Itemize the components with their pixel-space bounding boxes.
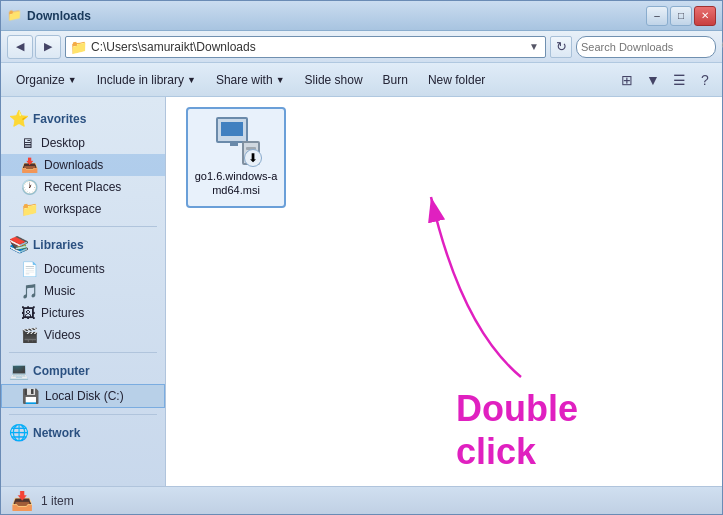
organize-dropdown-icon: ▼ [68, 75, 77, 85]
network-icon: 🌐 [9, 423, 29, 442]
sidebar-item-videos[interactable]: 🎬 Videos [1, 324, 165, 346]
favorites-header[interactable]: ⭐ Favorites [1, 105, 165, 132]
slideshow-label: Slide show [305, 73, 363, 87]
download-arrow-overlay: ⬇ [244, 149, 262, 167]
pictures-icon: 🖼 [21, 305, 35, 321]
workspace-icon: 📁 [21, 201, 38, 217]
file-name-label: go1.6.windows-amd64.msi [192, 169, 280, 198]
new-folder-button[interactable]: New folder [419, 68, 494, 92]
address-input[interactable] [91, 40, 523, 54]
window-controls: – □ ✕ [646, 6, 716, 26]
sidebar-item-downloads[interactable]: 📥 Downloads [1, 154, 165, 176]
file-item[interactable]: ⬇ go1.6.windows-amd64.msi [186, 107, 286, 208]
sidebar-divider-2 [9, 352, 157, 353]
libraries-icon: 📚 [9, 235, 29, 254]
sidebar-divider-1 [9, 226, 157, 227]
downloads-icon: 📥 [21, 157, 38, 173]
sidebar-desktop-label: Desktop [41, 136, 85, 150]
sidebar-downloads-label: Downloads [44, 158, 103, 172]
libraries-header[interactable]: 📚 Libraries [1, 231, 165, 258]
close-button[interactable]: ✕ [694, 6, 716, 26]
view-toggle-button[interactable]: ⊞ [616, 69, 638, 91]
double-click-annotation: Double click [456, 387, 578, 473]
sidebar-item-music[interactable]: 🎵 Music [1, 280, 165, 302]
forward-button[interactable]: ▶ [35, 35, 61, 59]
include-library-button[interactable]: Include in library ▼ [88, 68, 205, 92]
sidebar-pictures-label: Pictures [41, 306, 84, 320]
localdisk-icon: 💾 [22, 388, 39, 404]
libraries-label: Libraries [33, 238, 84, 252]
sidebar-documents-label: Documents [44, 262, 105, 276]
address-bar: ◀ ▶ 📁 ▼ ↻ 🔍 [1, 31, 722, 63]
title-bar: 📁 Downloads – □ ✕ [1, 1, 722, 31]
maximize-button[interactable]: □ [670, 6, 692, 26]
address-folder-icon: 📁 [70, 39, 87, 55]
share-with-label: Share with [216, 73, 273, 87]
sidebar-videos-label: Videos [44, 328, 80, 342]
address-dropdown-icon[interactable]: ▼ [527, 41, 541, 52]
toolbar-right: ⊞ ▼ ☰ ? [616, 69, 716, 91]
sidebar-item-desktop[interactable]: 🖥 Desktop [1, 132, 165, 154]
network-section: 🌐 Network [1, 419, 165, 446]
help-button[interactable]: ? [694, 69, 716, 91]
new-folder-label: New folder [428, 73, 485, 87]
computer-label: Computer [33, 364, 90, 378]
share-with-button[interactable]: Share with ▼ [207, 68, 294, 92]
window-icon: 📁 [7, 8, 23, 24]
main-content: ⭐ Favorites 🖥 Desktop 📥 Downloads 🕐 Rece… [1, 97, 722, 486]
sidebar-recent-label: Recent Places [44, 180, 121, 194]
sidebar-music-label: Music [44, 284, 75, 298]
file-icon: ⬇ [212, 117, 260, 165]
address-field[interactable]: 📁 ▼ [65, 36, 546, 58]
nav-buttons: ◀ ▶ [7, 35, 61, 59]
network-header[interactable]: 🌐 Network [1, 419, 165, 446]
status-count: 1 item [41, 494, 74, 508]
refresh-button[interactable]: ↻ [550, 36, 572, 58]
slideshow-button[interactable]: Slide show [296, 68, 372, 92]
favorites-icon: ⭐ [9, 109, 29, 128]
sidebar-item-documents[interactable]: 📄 Documents [1, 258, 165, 280]
favorites-section: ⭐ Favorites 🖥 Desktop 📥 Downloads 🕐 Rece… [1, 105, 165, 220]
organize-label: Organize [16, 73, 65, 87]
status-download-icon: 📥 [11, 490, 33, 512]
documents-icon: 📄 [21, 261, 38, 277]
network-label: Network [33, 426, 80, 440]
monitor-shape [216, 117, 248, 143]
libraries-section: 📚 Libraries 📄 Documents 🎵 Music 🖼 Pictur… [1, 231, 165, 346]
burn-label: Burn [383, 73, 408, 87]
monitor-screen [221, 122, 243, 136]
sidebar: ⭐ Favorites 🖥 Desktop 📥 Downloads 🕐 Rece… [1, 97, 166, 486]
favorites-label: Favorites [33, 112, 86, 126]
organize-button[interactable]: Organize ▼ [7, 68, 86, 92]
double-click-line2: click [456, 430, 578, 473]
music-icon: 🎵 [21, 283, 38, 299]
share-dropdown-icon: ▼ [276, 75, 285, 85]
back-button[interactable]: ◀ [7, 35, 33, 59]
monitor-stand [230, 141, 238, 146]
search-input[interactable] [581, 41, 719, 53]
burn-button[interactable]: Burn [374, 68, 417, 92]
annotation-arrow [401, 167, 531, 387]
sidebar-item-workspace[interactable]: 📁 workspace [1, 198, 165, 220]
computer-icon: 💻 [9, 361, 29, 380]
sidebar-item-pictures[interactable]: 🖼 Pictures [1, 302, 165, 324]
sidebar-divider-3 [9, 414, 157, 415]
window-title: Downloads [27, 9, 91, 23]
double-click-line1: Double [456, 387, 578, 430]
sidebar-localdisk-label: Local Disk (C:) [45, 389, 124, 403]
sidebar-item-recent[interactable]: 🕐 Recent Places [1, 176, 165, 198]
desktop-icon: 🖥 [21, 135, 35, 151]
recent-icon: 🕐 [21, 179, 38, 195]
videos-icon: 🎬 [21, 327, 38, 343]
view-dropdown-button[interactable]: ▼ [642, 69, 664, 91]
minimize-button[interactable]: – [646, 6, 668, 26]
sidebar-item-localdisk[interactable]: 💾 Local Disk (C:) [1, 384, 165, 408]
details-pane-button[interactable]: ☰ [668, 69, 690, 91]
file-area: ⬇ go1.6.windows-amd64.msi Double click [166, 97, 722, 486]
include-library-label: Include in library [97, 73, 184, 87]
toolbar: Organize ▼ Include in library ▼ Share wi… [1, 63, 722, 97]
include-dropdown-icon: ▼ [187, 75, 196, 85]
computer-header[interactable]: 💻 Computer [1, 357, 165, 384]
search-field[interactable]: 🔍 [576, 36, 716, 58]
computer-section: 💻 Computer 💾 Local Disk (C:) [1, 357, 165, 408]
